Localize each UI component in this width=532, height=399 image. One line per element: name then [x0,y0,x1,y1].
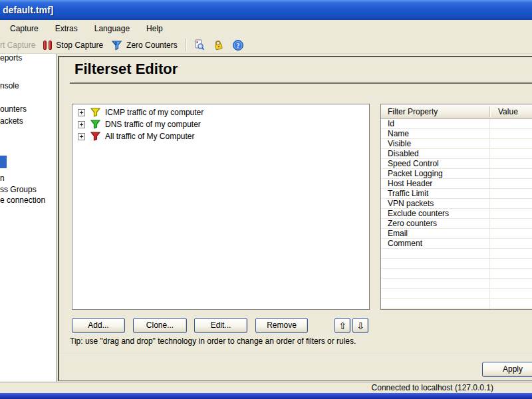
property-name: Name [388,129,409,139]
property-row[interactable]: Speed Control [381,159,532,169]
property-name: Traffic Limit [388,189,428,199]
property-table: Filter Property Value IdNameVisibleDisab… [380,104,532,310]
filterset-editor-panel: Filterset Editor +ICMP traffic of my com… [58,56,532,381]
move-up-button[interactable]: ⇧ [334,318,350,333]
filter-label: ICMP traffic of my computer [105,108,203,117]
filter-find-button[interactable] [193,39,206,52]
expand-plus-icon[interactable]: + [78,109,85,116]
filter-tree-item[interactable]: +DNS traffic of my computer [72,118,369,130]
page-title: Filterset Editor [74,61,178,78]
property-name: Comment [388,239,422,249]
start-capture-button[interactable]: rt Capture [0,41,35,50]
sidebar-item[interactable]: ackets [0,117,23,126]
property-row[interactable]: Comment [381,239,532,249]
property-row[interactable]: Id [381,119,532,129]
filter-label: DNS traffic of my computer [105,120,201,129]
panel-divider [59,354,532,354]
property-row[interactable]: VPN packets [381,199,532,209]
menu-capture[interactable]: Capture [5,21,44,36]
svg-text:0: 0 [114,41,117,46]
property-row[interactable]: Visible [381,139,532,149]
property-row[interactable]: Packet Logging [381,169,532,179]
title-underline [70,82,532,84]
filter-tree-item[interactable]: +ICMP traffic of my computer [72,106,369,118]
property-table-header: Filter Property Value [381,104,532,119]
funnel-icon [90,132,100,141]
property-name: Speed Control [388,159,439,169]
property-name: Packet Logging [388,169,443,179]
property-row[interactable]: Host Header [381,179,532,189]
menu-language[interactable]: Language [89,21,135,36]
property-name: Host Header [388,179,432,189]
funnel-icon [90,108,100,117]
sidebar-item[interactable]: ss Groups [0,186,37,194]
remove-button[interactable]: Remove [255,318,308,333]
sidebar-item[interactable]: e connection [0,196,45,205]
menu-extras[interactable]: Extras [50,21,83,36]
help-button[interactable]: ? [231,39,245,52]
app-window: default.tmf] Capture Extras Language Hel… [0,0,532,399]
sidebar-item[interactable]: ounters [0,105,27,114]
sidebar-nav: nsoleountersacketsnss Groupse connection… [0,54,57,382]
filter-find-icon [194,39,205,51]
property-row[interactable]: Exclude counters [381,209,532,219]
tip-text: Tip: use "drag and drop" technology in o… [70,336,356,346]
toolbar: rt Capture Stop Capture 0 Zero Counters [0,37,532,54]
property-rows: IdNameVisibleDisabledSpeed ControlPacket… [381,119,532,310]
expand-plus-icon[interactable]: + [78,121,85,128]
column-header-value[interactable]: Value [498,104,518,119]
apply-button[interactable]: Apply [482,362,532,377]
column-divider[interactable] [489,106,490,117]
zero-counters-icon: 0 [111,40,122,51]
add-button[interactable]: Add... [72,318,125,333]
column-header-filter-property[interactable]: Filter Property [388,104,438,119]
filter-label: All traffic of My Computer [105,132,194,141]
stop-capture-button[interactable]: Stop Capture [56,41,103,50]
property-name: Id [388,119,394,129]
property-row[interactable]: Traffic Limit [381,189,532,199]
window-title: default.tmf] [3,5,53,15]
toolbar-separator [186,39,187,51]
move-down-button[interactable]: ⇩ [352,318,368,333]
sidebar-item[interactable]: n [0,174,5,183]
property-row[interactable]: Name [381,129,532,139]
status-text: Connected to localhost (127.0.0.1) [372,382,493,393]
property-name: Email [388,229,408,239]
lock-button[interactable] [212,39,225,52]
expand-plus-icon[interactable]: + [78,133,85,140]
filter-tree: +ICMP traffic of my computer+DNS traffic… [72,104,370,310]
status-bar: Connected to localhost (127.0.0.1) [0,382,532,393]
sidebar-item[interactable]: eports [0,54,22,63]
sidebar-item[interactable]: nsole [0,82,19,90]
window-bottom-border [0,393,532,399]
sidebar-selected-item[interactable] [0,156,7,168]
property-name: Exclude counters [388,209,449,219]
property-name: Disabled [388,149,419,159]
property-row[interactable]: Disabled [381,149,532,159]
help-icon: ? [232,39,244,51]
menu-help[interactable]: Help [141,21,168,36]
funnel-icon [90,120,100,129]
stop-capture-icon [43,41,52,50]
zero-counters-button[interactable]: Zero Counters [126,41,178,50]
filter-tree-item[interactable]: +All traffic of My Computer [72,130,369,142]
property-name: VPN packets [388,199,434,209]
property-name: Zero counters [388,219,437,229]
svg-text:?: ? [236,42,239,49]
menu-bar: Capture Extras Language Help [0,20,532,37]
property-name: Visible [388,139,411,149]
lock-icon [213,39,224,51]
title-bar[interactable]: default.tmf] [0,0,532,20]
clone-button[interactable]: Clone... [133,318,187,333]
property-row[interactable]: Zero counters [381,219,532,229]
property-row[interactable]: Email [381,229,532,239]
edit-button[interactable]: Edit... [194,318,247,333]
